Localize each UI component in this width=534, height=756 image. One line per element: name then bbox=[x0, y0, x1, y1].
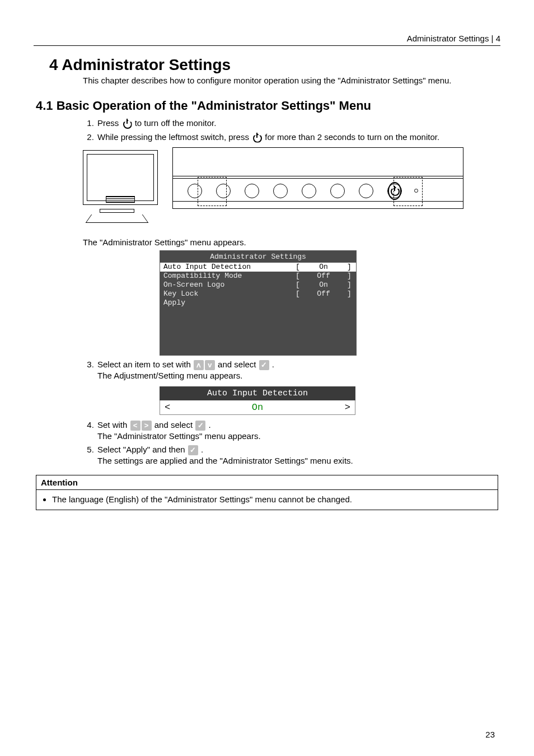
step-3-text-a: Select an item to set with bbox=[97, 360, 193, 369]
step-list-cont2: Set with <> and select ✓ . The "Administ… bbox=[83, 419, 500, 467]
step-1: Press to turn off the monitor. bbox=[96, 118, 500, 129]
bezel-button bbox=[245, 184, 259, 198]
attention-title: Attention bbox=[36, 475, 498, 490]
right-icon: > bbox=[142, 421, 152, 431]
chapter-intro: This chapter describes how to configure … bbox=[83, 75, 500, 86]
check-icon: ✓ bbox=[195, 421, 205, 431]
osd-row-logo: On-Screen Logo [ On ] bbox=[160, 281, 356, 290]
osd-adjust-menu: Auto Input Detection < On > bbox=[160, 386, 355, 415]
bezel-power-button bbox=[387, 184, 402, 198]
step-list-cont: Select an item to set with ʌv and select… bbox=[83, 359, 500, 382]
step-4: Set with <> and select ✓ . The "Administ… bbox=[96, 419, 500, 442]
bezel-button bbox=[330, 184, 345, 198]
bezel-button bbox=[359, 184, 373, 198]
osd-left-arrow-icon: < bbox=[165, 402, 187, 413]
step-4-result: The "Administrator Settings" menu appear… bbox=[97, 431, 500, 442]
osd-row-compat: Compatibility Mode [ Off ] bbox=[160, 272, 356, 281]
step-1-text-b: to turn off the monitor. bbox=[133, 118, 217, 128]
monitor-bezel-diagram bbox=[83, 147, 463, 231]
bezel-button bbox=[302, 184, 316, 198]
bezel-button bbox=[188, 184, 202, 198]
down-icon: v bbox=[205, 360, 215, 370]
monitor-front-view bbox=[172, 147, 463, 209]
step-4-text-b: and select bbox=[152, 420, 195, 430]
power-icon bbox=[252, 133, 261, 142]
step-list: Press to turn off the monitor. While pre… bbox=[83, 118, 500, 143]
chapter-title: 4 Administrator Settings bbox=[34, 56, 500, 74]
step-2-text-a: While pressing the leftmost switch, pres… bbox=[97, 132, 251, 142]
bezel-button bbox=[216, 184, 231, 198]
osd-admin-menu: Administrator Settings Auto Input Detect… bbox=[160, 250, 357, 356]
osd-row-auto-input: Auto Input Detection [ On ] bbox=[160, 263, 356, 272]
page-number: 23 bbox=[485, 730, 495, 739]
up-icon: ʌ bbox=[194, 360, 204, 370]
attention-item: The language (English) of the "Administr… bbox=[52, 494, 493, 504]
power-icon bbox=[123, 119, 132, 128]
osd-row-apply: Apply bbox=[160, 298, 356, 307]
step-5-result: The settings are applied and the "Admini… bbox=[97, 455, 500, 466]
attention-box: Attention The language (English) of the … bbox=[36, 475, 498, 510]
step-2-text-b: for more than 2 seconds to turn on the m… bbox=[263, 132, 439, 142]
osd-row-keylock: Key Lock [ Off ] bbox=[160, 290, 356, 298]
step-5-text-b: . bbox=[199, 445, 203, 454]
check-icon: ✓ bbox=[259, 360, 269, 370]
step-3-text-b: and select bbox=[216, 360, 259, 369]
step-3-text-c: . bbox=[270, 360, 274, 369]
step-5-text-a: Select "Apply" and then bbox=[97, 445, 188, 454]
indicator-led-icon bbox=[414, 189, 418, 193]
step-3: Select an item to set with ʌv and select… bbox=[96, 359, 500, 382]
power-icon bbox=[390, 186, 399, 195]
running-header: Administrator Settings | 4 bbox=[34, 34, 500, 46]
step-4-text-c: . bbox=[206, 420, 210, 430]
left-icon: < bbox=[130, 421, 140, 431]
step-3-result: The Adjustment/Setting menu appears. bbox=[97, 370, 500, 381]
osd-title: Administrator Settings bbox=[160, 251, 356, 263]
step-5: Select "Apply" and then ✓ . The settings… bbox=[96, 444, 500, 467]
bezel-button bbox=[273, 184, 288, 198]
step-2-result: The "Administrator Settings" menu appear… bbox=[83, 237, 500, 248]
step-2: While pressing the leftmost switch, pres… bbox=[96, 132, 500, 143]
step-1-text-a: Press bbox=[97, 118, 121, 128]
osd-adjust-title: Auto Input Detection bbox=[160, 386, 355, 400]
monitor-side-view bbox=[83, 150, 158, 205]
section-title: 4.1 Basic Operation of the "Administrato… bbox=[34, 99, 500, 113]
osd-adjust-value: On bbox=[187, 402, 328, 413]
check-icon: ✓ bbox=[188, 445, 198, 455]
step-4-text-a: Set with bbox=[97, 420, 130, 430]
osd-right-arrow-icon: > bbox=[328, 402, 350, 413]
